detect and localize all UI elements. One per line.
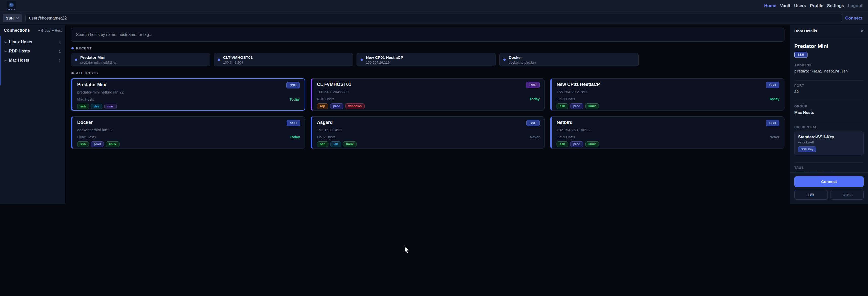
recent-name: CLT-VMHOST01 xyxy=(223,55,253,60)
recent-card-text: CLT-VMHOST01 100.64.1.204 xyxy=(223,55,253,64)
host-group: Linux Hosts xyxy=(317,135,336,139)
details-port-section: PORT 22 xyxy=(794,80,864,97)
tag: linux xyxy=(343,141,356,147)
nav-settings[interactable]: Settings xyxy=(827,3,844,8)
nav-users[interactable]: Users xyxy=(794,3,806,8)
status-dot-icon xyxy=(75,59,77,61)
protocol-badge: SSH xyxy=(766,82,779,88)
tag: linux xyxy=(585,103,599,109)
card-bottom: Linux Hosts Today xyxy=(77,135,300,139)
tag: linux xyxy=(585,141,599,147)
tag: ssh xyxy=(77,141,89,147)
details-tags-section: TAGS ssh dev mac xyxy=(794,162,864,172)
add-group-button[interactable]: + Group xyxy=(38,29,50,32)
all-hosts-section-title: ALL HOSTS xyxy=(76,71,98,75)
group-label: Linux Hosts xyxy=(9,40,32,45)
protocol-select[interactable]: SSH xyxy=(3,14,22,22)
all-hosts-section-header: ALL HOSTS xyxy=(71,71,784,75)
delete-button[interactable]: Delete xyxy=(831,190,864,200)
last-connected: Never xyxy=(530,135,539,139)
nav-vault[interactable]: Vault xyxy=(780,3,790,8)
group-count: 1 xyxy=(59,58,61,63)
host-name: Asgard xyxy=(317,120,333,125)
host-card-netbird[interactable]: Netbird SSH 192.154.253.106:22 Linux Hos… xyxy=(550,116,784,149)
credential-card[interactable]: Standard-SSH-Key vstockwell SSH Key xyxy=(794,131,864,155)
host-group: RDP Hosts xyxy=(317,97,335,101)
sidebar-group-mac-hosts[interactable]: ▶ Mac Hosts 1 xyxy=(4,56,62,65)
chevron-right-icon: ▶ xyxy=(5,40,7,44)
sidebar-actions: + Group + Host xyxy=(38,29,62,32)
group-value: Mac Hosts xyxy=(794,110,864,115)
sidebar-group-linux-hosts[interactable]: ▶ Linux Hosts 4 xyxy=(4,37,62,47)
connect-button[interactable]: Connect xyxy=(794,176,864,187)
host-details-title: Host Details xyxy=(794,29,817,33)
quick-connect-button[interactable]: Connect xyxy=(845,16,862,21)
hosts-main: RECENT Predator Mini predator-mini.netbi… xyxy=(65,25,790,204)
group-count: 4 xyxy=(59,40,61,45)
chevron-right-icon: ▶ xyxy=(5,59,7,62)
recent-card-text: Docker docker.netbird.lan xyxy=(509,55,536,64)
connections-sidebar: Connections + Group + Host ▶ Linux Hosts… xyxy=(0,25,65,204)
host-address: 155.254.29.219:22 xyxy=(557,90,779,94)
group-label: GROUP xyxy=(794,105,864,108)
details-credential-section: CREDENTIAL Standard-SSH-Key vstockwell S… xyxy=(794,122,864,159)
add-host-button[interactable]: + Host xyxy=(52,29,62,32)
recent-name: New CP01 HestiaCP xyxy=(366,55,403,60)
host-address: docker.netbird.lan:22 xyxy=(77,128,300,132)
close-icon[interactable]: ✕ xyxy=(860,29,864,33)
group-label: RDP Hosts xyxy=(9,49,30,54)
card-bottom: RDP Hosts Today xyxy=(317,97,540,101)
recent-row: Predator Mini predator-mini.netbird.lan … xyxy=(71,53,784,66)
host-details-body: Predator Mini SSH ADDRESS predator-mini.… xyxy=(790,37,868,172)
tag-list: ssh prod linux xyxy=(77,141,300,147)
last-connected: Today xyxy=(290,135,300,139)
recent-section-title: RECENT xyxy=(76,47,92,50)
host-card-asgard[interactable]: Asgard SSH 192.168.1.4:22 Linux Hosts Ne… xyxy=(311,116,545,149)
tag: lab xyxy=(331,141,341,147)
status-dot-icon xyxy=(503,59,506,61)
card-bottom: Linux Hosts Never xyxy=(317,135,540,139)
recent-card-docker[interactable]: Docker docker.netbird.lan xyxy=(499,53,639,66)
status-dot-icon xyxy=(218,59,220,61)
tag: ssh xyxy=(317,141,329,147)
details-group-section: GROUP Mac Hosts xyxy=(794,101,864,118)
quick-connect-bar: SSH Connect xyxy=(0,12,868,25)
quick-connect-address-input[interactable] xyxy=(25,14,842,22)
tag: prod xyxy=(570,103,583,109)
host-card-clt-vmhost01[interactable]: CLT-VMHOST01 RDP 100.64.1.204:3389 RDP H… xyxy=(311,78,545,111)
recent-card-predator-mini[interactable]: Predator Mini predator-mini.netbird.lan xyxy=(71,53,210,66)
sidebar-group-rdp-hosts[interactable]: ▶ RDP Hosts 1 xyxy=(4,47,62,56)
tag: linux xyxy=(106,141,119,147)
card-bottom: Linux Hosts Never xyxy=(557,135,779,139)
host-address: 192.168.1.4:22 xyxy=(317,128,540,132)
host-group: Linux Hosts xyxy=(557,135,575,139)
tag: dev xyxy=(91,103,102,109)
tag-list: ssh dev mac xyxy=(77,103,300,109)
recent-card-text: Predator Mini predator-mini.netbird.lan xyxy=(80,55,117,64)
edit-button[interactable]: Edit xyxy=(794,190,828,200)
tag: mac xyxy=(104,103,117,109)
port-value: 22 xyxy=(794,89,864,94)
secondary-buttons-row: Edit Delete xyxy=(794,190,864,200)
app-logo[interactable]: WRAITH xyxy=(7,1,16,11)
tag: ssh xyxy=(557,141,568,147)
recent-card-new-cp01[interactable]: New CP01 HestiaCP 155.254.29.219 xyxy=(356,53,496,66)
protocol-select-value: SSH xyxy=(6,16,14,20)
last-connected: Never xyxy=(770,135,779,139)
recent-dot-icon xyxy=(71,47,74,50)
tags-label: TAGS xyxy=(794,166,864,170)
nav-profile[interactable]: Profile xyxy=(810,3,823,8)
tag: prod xyxy=(570,141,583,147)
host-card-predator-mini[interactable]: Predator Mini SSH predator-mini.netbird.… xyxy=(71,78,305,111)
host-card-docker[interactable]: Docker SSH docker.netbird.lan:22 Linux H… xyxy=(71,116,305,149)
nav-logout[interactable]: Logout xyxy=(848,3,862,8)
card-bottom: Mac Hosts Today xyxy=(77,97,300,101)
host-details-header: Host Details ✕ xyxy=(790,25,868,37)
host-search-input[interactable] xyxy=(71,28,784,41)
address-label: ADDRESS xyxy=(794,64,864,67)
recent-card-clt-vmhost01[interactable]: CLT-VMHOST01 100.64.1.204 xyxy=(214,53,353,66)
last-connected: Today xyxy=(769,97,779,101)
nav-home[interactable]: Home xyxy=(764,3,776,8)
card-bottom: Linux Hosts Today xyxy=(557,97,779,101)
host-card-new-cp01[interactable]: New CP01 HestiaCP SSH 155.254.29.219:22 … xyxy=(550,78,784,111)
